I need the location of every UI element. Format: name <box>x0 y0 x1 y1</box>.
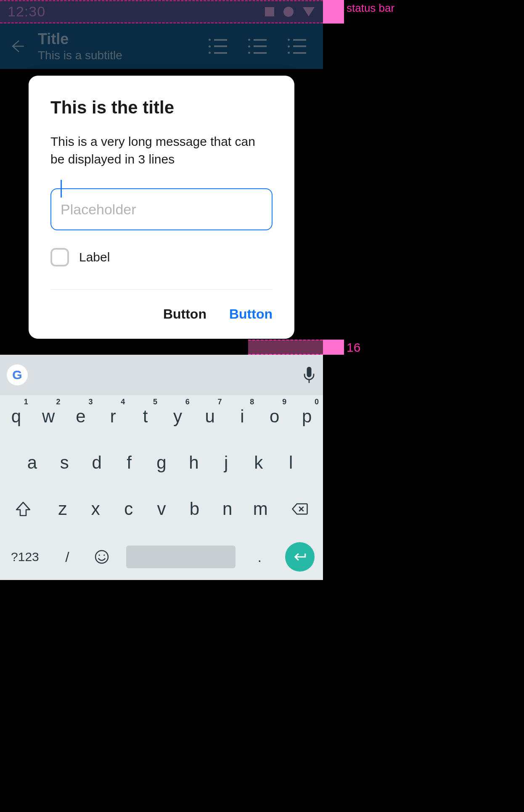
status-icons <box>265 7 315 17</box>
status-bar-annotation-tag <box>323 0 344 24</box>
key-n[interactable]: n <box>211 488 244 530</box>
dialog-message: This is a very long message that can be … <box>50 133 273 168</box>
checkbox-row[interactable]: Label <box>50 248 273 266</box>
key-slash[interactable]: / <box>50 535 85 578</box>
app-bar: Title This is a subtitle <box>0 24 323 69</box>
key-i[interactable]: i8 <box>226 395 259 438</box>
key-e[interactable]: e3 <box>65 395 97 438</box>
key-q[interactable]: q1 <box>0 395 32 438</box>
square-icon <box>265 7 274 16</box>
appbar-actions <box>209 39 323 54</box>
key-y[interactable]: y6 <box>161 395 194 438</box>
key-j[interactable]: j <box>210 441 242 484</box>
back-button[interactable] <box>0 24 34 69</box>
key-c[interactable]: c <box>112 488 145 530</box>
key-t[interactable]: t5 <box>129 395 161 438</box>
key-enter[interactable] <box>277 535 323 578</box>
key-x[interactable]: x <box>79 488 112 530</box>
list-icon-1[interactable] <box>209 39 227 54</box>
key-s[interactable]: s <box>48 441 81 484</box>
key-symbols[interactable]: ?123 <box>0 535 50 578</box>
dialog-primary-button[interactable]: Button <box>229 306 273 322</box>
key-space[interactable] <box>119 535 242 578</box>
dialog-text-input[interactable] <box>50 188 273 230</box>
keyboard-suggestion-bar: G <box>0 355 323 395</box>
key-g[interactable]: g <box>146 441 178 484</box>
google-logo-icon[interactable]: G <box>7 364 28 385</box>
key-shift[interactable] <box>0 488 46 530</box>
key-o[interactable]: o9 <box>258 395 291 438</box>
key-h[interactable]: h <box>177 441 210 484</box>
status-bar: 12:30 <box>0 0 323 24</box>
svg-point-0 <box>95 551 108 563</box>
key-l[interactable]: l <box>275 441 307 484</box>
list-icon-3[interactable] <box>288 39 306 54</box>
key-u[interactable]: u7 <box>194 395 226 438</box>
key-d[interactable]: d <box>81 441 113 484</box>
circle-icon <box>283 7 294 17</box>
status-time: 12:30 <box>8 3 45 20</box>
key-k[interactable]: k <box>242 441 275 484</box>
list-icon-2[interactable] <box>248 39 267 54</box>
checkbox-icon[interactable] <box>50 248 69 266</box>
key-z[interactable]: z <box>46 488 79 530</box>
key-m[interactable]: m <box>244 488 277 530</box>
spacing-annotation-label: 16 <box>347 340 360 355</box>
key-a[interactable]: a <box>16 441 48 484</box>
key-f[interactable]: f <box>113 441 146 484</box>
appbar-subtitle: This is a subtitle <box>38 49 122 62</box>
spacing-annotation-tag <box>323 340 344 355</box>
appbar-title: Title <box>38 30 122 48</box>
key-backspace[interactable] <box>277 488 323 530</box>
dialog-actions: Button Button <box>50 306 273 322</box>
key-emoji[interactable] <box>85 535 119 578</box>
svg-point-2 <box>103 554 105 556</box>
status-bar-annotation-label: status bar <box>347 2 394 15</box>
key-w[interactable]: w2 <box>32 395 65 438</box>
arrow-left-icon <box>8 38 25 55</box>
dialog-divider <box>50 289 273 290</box>
key-v[interactable]: v <box>145 488 178 530</box>
key-p[interactable]: p0 <box>291 395 323 438</box>
key-b[interactable]: b <box>178 488 211 530</box>
checkbox-label: Label <box>79 250 110 264</box>
triangle-down-icon <box>303 7 315 16</box>
dialog-title: This is the title <box>50 98 273 118</box>
dialog: This is the title This is a very long me… <box>29 76 294 339</box>
mic-icon[interactable] <box>302 366 316 384</box>
svg-point-1 <box>99 554 100 556</box>
phone-frame: 12:30 Title This is a subtitle <box>0 0 323 812</box>
key-period[interactable]: . <box>242 535 277 578</box>
key-r[interactable]: r4 <box>97 395 129 438</box>
appbar-titles: Title This is a subtitle <box>38 30 122 62</box>
text-caret <box>61 180 62 198</box>
soft-keyboard: G q1w2e3r4t5y6u7i8o9p0 asdfghjkl zxcvbnm <box>0 355 323 580</box>
dialog-secondary-button[interactable]: Button <box>163 306 206 322</box>
